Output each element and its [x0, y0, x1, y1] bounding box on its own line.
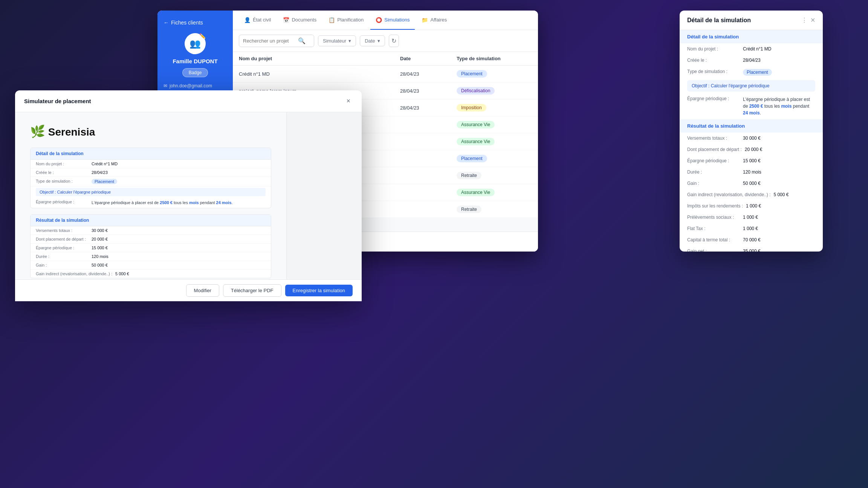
row-date-2: 28/04/23	[400, 88, 457, 94]
row-type-9: Retraite	[457, 206, 532, 213]
result-row-impots: Impôts sur les rendements : 1 000 €	[680, 200, 823, 212]
logo-text: 🌿 Serenisia	[30, 126, 95, 138]
modal-footer: Modifier Télécharger le PDF Enregistrer …	[15, 279, 362, 301]
row-type-2: Défiscalisation	[457, 87, 532, 95]
row-type-6: Placement	[457, 155, 532, 162]
preview-result-epargne: Épargne périodique : 15 000 €	[31, 244, 271, 252]
row-date-3: 28/04/23	[400, 105, 457, 111]
result-row-gain-indirect: Gain indirect (revalorisation, dividende…	[680, 189, 823, 200]
modal-close-button[interactable]: ×	[344, 96, 353, 106]
simulator-dropdown[interactable]: Simulateur ▾	[318, 35, 356, 46]
detail-row-epargne: Épargne périodique : L'épargne périodiqu…	[680, 93, 823, 119]
detail-header-actions: ⋮ ✕	[801, 17, 815, 24]
detail-header: Détail de la simulation ⋮ ✕	[680, 11, 823, 30]
tab-etat-civil[interactable]: 👤 État civil	[239, 11, 276, 30]
row-type-5: Assurance Vie	[457, 138, 532, 145]
chevron-down-icon-2: ▾	[377, 38, 380, 44]
preview-result-duree: Durée : 120 mois	[31, 252, 271, 261]
planification-icon: 📋	[329, 17, 335, 23]
objectif-bar: Objectif : Calculer l'épargne périodique	[687, 80, 815, 92]
result-row-gain: Gain : 50 000 €	[680, 178, 823, 189]
result-row-depart: Dont placement de départ : 20 000 €	[680, 144, 823, 155]
result-row-flat-tax: Flat Tax : 1 000 €	[680, 223, 823, 234]
logo-leaf-icon: 🌿	[30, 125, 45, 138]
modal-body: 🌿 Serenisia Détail de la simulation Nom …	[15, 112, 362, 279]
preview-result-depart: Dont placement de départ : 20 000 €	[31, 235, 271, 244]
result-row-capital-terme: Capital à terme total : 70 000 €	[680, 234, 823, 246]
fiches-clients-label: Fiches clients	[171, 20, 203, 26]
client-name: Famille DUPONT	[173, 58, 217, 64]
close-detail-icon[interactable]: ✕	[810, 17, 815, 24]
date-dropdown[interactable]: Date ▾	[360, 35, 385, 46]
detail-section-results-title: Résultat de la simulation	[680, 119, 823, 133]
preview-result-gain: Gain : 50 000 €	[31, 261, 271, 270]
more-options-icon[interactable]: ⋮	[801, 17, 807, 24]
detail-section-info-title: Détail de la simulation	[680, 30, 823, 43]
col-type: Type de simulation	[457, 56, 532, 61]
preview-row-cree: Créée le : 28/04/23	[31, 168, 271, 177]
search-icon: 🔍	[298, 37, 306, 44]
detail-body: Détail de la simulation Nom du projet : …	[680, 30, 823, 252]
preview-result-versements: Versements totaux : 30 000 €	[31, 226, 271, 235]
back-button[interactable]: ← Fiches clients	[164, 20, 203, 26]
detail-panel-title: Détail de la simulation	[687, 17, 751, 24]
tab-simulations[interactable]: ⭕ Simulations	[370, 11, 415, 30]
detail-section-info: Détail de la simulation Nom du projet : …	[680, 30, 823, 119]
badge-button[interactable]: Badge	[182, 68, 208, 77]
result-row-duree: Durée : 120 mois	[680, 166, 823, 178]
row-type-4: Assurance Vie	[457, 121, 532, 128]
preview-row-epargne: Épargne périodique : L'épargne périodiqu…	[31, 198, 271, 208]
telecharger-button[interactable]: Télécharger le PDF	[223, 284, 281, 297]
toolbar: 🔍 Simulateur ▾ Date ▾ ↻	[233, 30, 538, 52]
row-name-1: Crédit n°1 MD	[239, 71, 400, 77]
email-icon: ✉	[164, 83, 167, 88]
result-row-epargne: Épargne périodique : 15 000 €	[680, 155, 823, 166]
result-row-prelevements: Prélèvements sociaux : 1 000 €	[680, 212, 823, 223]
refresh-button[interactable]: ↻	[389, 35, 399, 47]
modal-header: Simulateur de placement ×	[15, 90, 362, 112]
row-type-7: Retraite	[457, 172, 532, 179]
row-date-1: 28/04/23	[400, 71, 457, 77]
col-date: Date	[400, 56, 457, 61]
etat-civil-icon: 👤	[244, 17, 251, 23]
tab-affaires[interactable]: 📁 Affaires	[416, 11, 452, 30]
simulator-modal: Simulateur de placement × 🌿 Serenisia Dé…	[15, 90, 362, 301]
refresh-icon: ↻	[391, 37, 396, 44]
edit-icon[interactable]: ✏️	[199, 33, 206, 39]
documents-icon: 📅	[283, 17, 289, 23]
avatar-wrapper: 👥 ✏️	[185, 33, 206, 58]
preview-row-nom: Nom du projet : Crédit n°1 MD	[31, 160, 271, 168]
result-row-versements: Versements totaux : 30 000 €	[680, 133, 823, 144]
modal-preview: 🌿 Serenisia Détail de la simulation Nom …	[15, 112, 286, 279]
avatar-icon: 👥	[189, 38, 201, 49]
back-arrow-icon: ←	[164, 20, 169, 26]
sidebar-email: ✉ john.doe@gmail.com	[164, 83, 227, 88]
table-header: Nom du projet Date Type de simulation	[233, 52, 538, 66]
affaires-icon: 📁	[422, 17, 428, 23]
detail-row-type: Type de simulation : Placement	[680, 66, 823, 79]
result-row-gain-net: Gain net : 35 000 €	[680, 246, 823, 252]
preview-row-type: Type de simulation : Placement	[31, 177, 271, 186]
preview-section-results-title: Résultat de la simulation	[31, 215, 271, 226]
detail-row-nom: Nom du projet : Crédit n°1 MD	[680, 43, 823, 55]
modifier-button[interactable]: Modifier	[186, 284, 219, 297]
preview-logo: 🌿 Serenisia	[30, 124, 271, 139]
row-type-8: Assurance Vie	[457, 189, 532, 196]
enregistrer-button[interactable]: Enregistrer la simulation	[285, 285, 353, 296]
preview-section-results: Résultat de la simulation Versements tot…	[30, 214, 271, 278]
modal-title: Simulateur de placement	[24, 98, 91, 104]
tab-planification[interactable]: 📋 Planification	[323, 11, 369, 30]
detail-panel: Détail de la simulation ⋮ ✕ Détail de la…	[680, 11, 823, 252]
search-box[interactable]: 🔍	[239, 35, 314, 47]
row-type-3: Imposition	[457, 104, 532, 111]
modal-sidebar	[286, 112, 362, 279]
preview-objectif: Objectif : Calculer l'épargne périodique	[36, 188, 266, 196]
row-type-1: Placement	[457, 70, 532, 78]
tab-documents[interactable]: 📅 Documents	[278, 11, 322, 30]
table-row[interactable]: Crédit n°1 MD 28/04/23 Placement	[233, 66, 538, 82]
preview-section-detail: Détail de la simulation Nom du projet : …	[30, 148, 271, 208]
preview-section-detail-title: Détail de la simulation	[31, 148, 271, 160]
search-input[interactable]	[243, 38, 296, 44]
detail-section-results: Résultat de la simulation Versements tot…	[680, 119, 823, 252]
detail-row-cree: Créée le : 28/04/23	[680, 55, 823, 66]
